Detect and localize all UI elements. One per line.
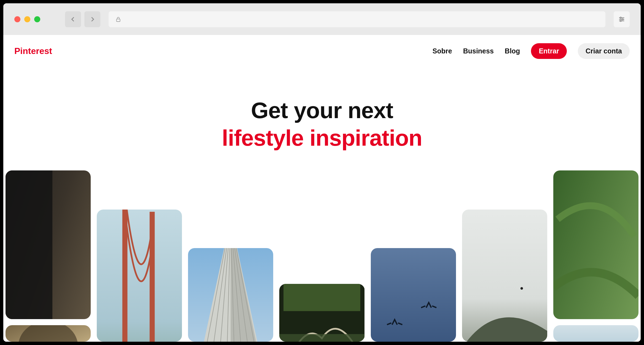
close-window-button[interactable] — [14, 16, 20, 22]
image-placeholder — [279, 284, 364, 342]
nav-blog[interactable]: Blog — [505, 47, 520, 55]
image-placeholder — [553, 170, 638, 319]
image-placeholder — [97, 210, 182, 342]
gallery-card[interactable] — [462, 210, 547, 342]
image-gallery — [3, 170, 641, 342]
hero-line-2: lifestyle inspiration — [3, 125, 641, 151]
svg-point-6 — [620, 20, 621, 21]
gallery-card[interactable] — [371, 248, 456, 342]
gallery-card[interactable] — [553, 170, 638, 319]
sliders-icon — [618, 15, 626, 23]
gallery-card[interactable] — [6, 170, 91, 319]
page-content: Pinterest Sobre Business Blog Entrar Cri… — [3, 35, 641, 342]
window-controls — [14, 16, 40, 22]
svg-rect-30 — [279, 334, 364, 342]
nav-business[interactable]: Business — [463, 47, 494, 55]
address-bar[interactable] — [109, 11, 605, 27]
gallery-card[interactable] — [188, 248, 273, 342]
image-placeholder — [6, 325, 91, 342]
svg-point-33 — [520, 287, 523, 290]
brand-logo[interactable]: Pinterest — [14, 46, 52, 56]
browser-toolbar — [3, 3, 641, 35]
gallery-card[interactable] — [97, 210, 182, 342]
image-placeholder — [553, 325, 638, 342]
image-placeholder — [462, 210, 547, 342]
minimize-window-button[interactable] — [24, 16, 30, 22]
image-placeholder — [6, 170, 91, 319]
nav-forward-button[interactable] — [84, 11, 100, 27]
svg-rect-0 — [117, 19, 120, 21]
image-placeholder — [371, 248, 456, 342]
gallery-card[interactable] — [6, 325, 91, 342]
top-nav: Sobre Business Blog Entrar Criar conta — [433, 43, 630, 59]
hero-text: Get your next lifestyle inspiration — [3, 97, 641, 151]
maximize-window-button[interactable] — [34, 16, 40, 22]
svg-point-4 — [620, 17, 621, 18]
gallery-card[interactable] — [279, 284, 364, 342]
image-placeholder — [188, 248, 273, 342]
site-header: Pinterest Sobre Business Blog Entrar Cri… — [3, 35, 641, 59]
svg-rect-12 — [97, 210, 182, 342]
lock-icon — [115, 16, 121, 22]
svg-rect-31 — [371, 248, 456, 342]
gallery-card[interactable] — [553, 325, 638, 342]
svg-rect-29 — [284, 284, 360, 311]
nav-about[interactable]: Sobre — [433, 47, 452, 55]
nav-back-button[interactable] — [65, 11, 81, 27]
chevron-left-icon — [70, 16, 76, 22]
svg-rect-8 — [6, 170, 52, 319]
svg-rect-36 — [553, 325, 638, 342]
hero-line-1: Get your next — [3, 97, 641, 123]
login-button[interactable]: Entrar — [531, 43, 567, 59]
browser-menu-button[interactable] — [614, 11, 630, 27]
svg-rect-34 — [553, 170, 638, 319]
signup-button[interactable]: Criar conta — [578, 43, 630, 59]
chevron-right-icon — [89, 16, 95, 22]
svg-point-5 — [622, 18, 623, 20]
